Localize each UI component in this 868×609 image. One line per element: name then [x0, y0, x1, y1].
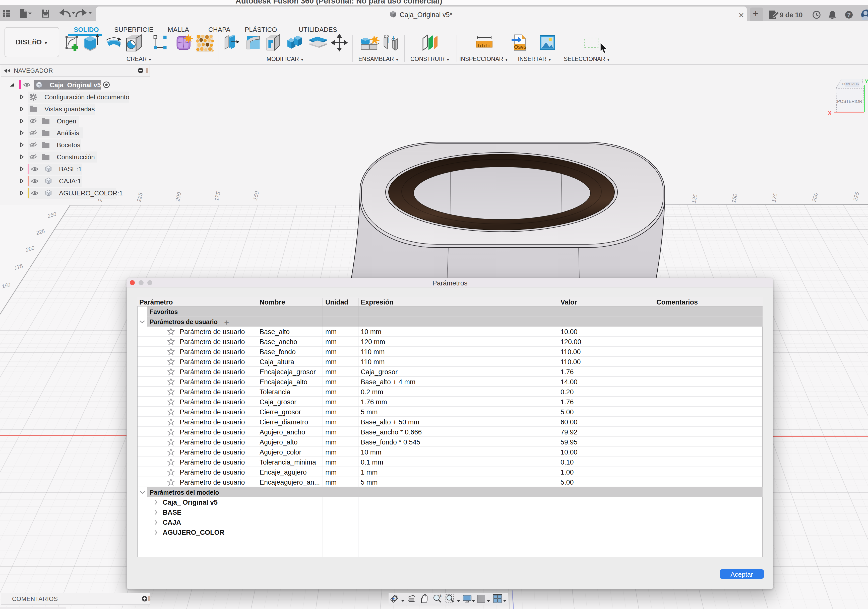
- svg-text:+: +: [392, 597, 395, 601]
- svg-text:±: ±: [440, 594, 442, 597]
